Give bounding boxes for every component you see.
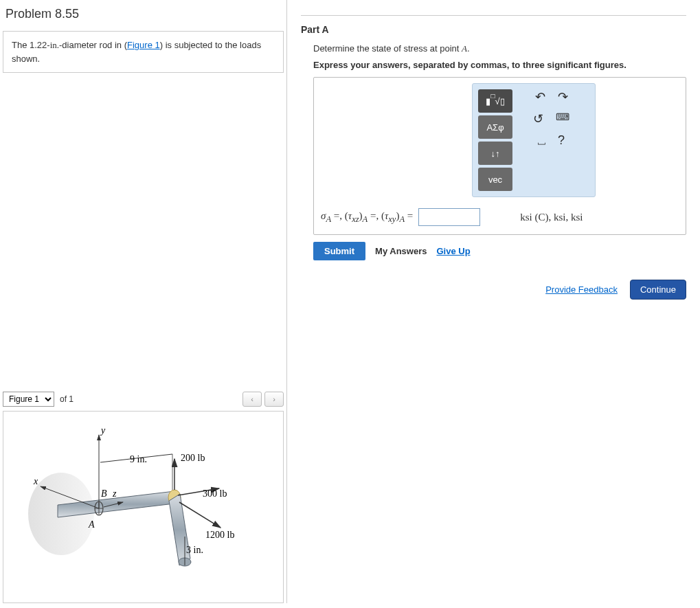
give-up-link[interactable]: Give Up bbox=[436, 246, 470, 256]
svg-text:300 lb: 300 lb bbox=[203, 488, 227, 499]
svg-text:3 in.: 3 in. bbox=[186, 545, 203, 555]
figure-diagram: y x z B A 9 in. 3 in. 200 lb 300 lb 1200… bbox=[20, 421, 267, 593]
svg-text:200 lb: 200 lb bbox=[181, 453, 205, 463]
redo-icon[interactable]: ↷ bbox=[558, 89, 568, 104]
equation-label: σA =, (τxz)A =, (τxy)A = bbox=[321, 210, 413, 225]
figure-container: y x z B A 9 in. 3 in. 200 lb 300 lb 1200… bbox=[3, 411, 284, 603]
svg-text:1200 lb: 1200 lb bbox=[205, 530, 234, 540]
figure-count: of 1 bbox=[57, 394, 76, 404]
figure-prev-button[interactable]: ‹ bbox=[242, 392, 262, 407]
part-a-description: Determine the state of stress at point A… bbox=[313, 43, 686, 54]
svg-text:9 in.: 9 in. bbox=[130, 454, 147, 464]
answer-units: ksi (C), ksi, ksi bbox=[520, 212, 583, 223]
problem-statement: The 1.22-in.-diameter rod in (Figure 1) … bbox=[3, 31, 284, 73]
svg-line-15 bbox=[179, 502, 221, 528]
submit-button[interactable]: Submit bbox=[313, 242, 365, 260]
tool-vector-button[interactable]: vec bbox=[478, 168, 512, 191]
svg-text:z: z bbox=[112, 488, 117, 499]
reset-icon[interactable]: ↺ bbox=[533, 111, 543, 126]
keyboard-icon[interactable]: ⌨ bbox=[556, 111, 569, 126]
answer-area: ▮□√▯ ΑΣφ ↓↑ vec ↶ ↷ ↺ ⌨ ⎵ bbox=[313, 77, 686, 235]
provide-feedback-link[interactable]: Provide Feedback bbox=[545, 284, 618, 295]
figure-selector[interactable]: Figure 1 bbox=[3, 392, 54, 407]
part-a-instructions: Express your answers, separated by comma… bbox=[313, 60, 686, 70]
svg-text:B: B bbox=[101, 488, 107, 499]
svg-text:y: y bbox=[100, 425, 106, 436]
tool-fraction-button[interactable]: ▮□√▯ bbox=[478, 89, 512, 113]
svg-text:A: A bbox=[88, 519, 95, 530]
more-icon[interactable]: ⎵ bbox=[538, 133, 545, 148]
figure-next-button[interactable]: › bbox=[264, 392, 284, 407]
tool-greek-button[interactable]: ΑΣφ bbox=[478, 115, 512, 139]
equation-toolbar: ▮□√▯ ΑΣφ ↓↑ vec ↶ ↷ ↺ ⌨ ⎵ bbox=[472, 83, 596, 197]
svg-text:x: x bbox=[33, 476, 38, 486]
figure-header: Figure 1 of 1 ‹ › bbox=[3, 389, 284, 411]
text: The 1.22- bbox=[12, 40, 50, 50]
my-answers-label: My Answers bbox=[375, 246, 427, 256]
help-icon[interactable]: ? bbox=[558, 133, 565, 148]
text: -diameter rod in ( bbox=[59, 40, 127, 50]
continue-button[interactable]: Continue bbox=[630, 280, 686, 300]
part-a-title: Part A bbox=[301, 24, 686, 35]
figure-link[interactable]: Figure 1 bbox=[127, 40, 160, 50]
tool-subscript-button[interactable]: ↓↑ bbox=[478, 142, 512, 165]
undo-icon[interactable]: ↶ bbox=[535, 89, 545, 104]
text: in. bbox=[50, 40, 59, 50]
problem-title: Problem 8.55 bbox=[0, 0, 286, 31]
answer-input[interactable] bbox=[418, 208, 480, 226]
answer-equation-row: σA =, (τxz)A =, (τxy)A = ksi (C), ksi, k… bbox=[321, 208, 679, 226]
